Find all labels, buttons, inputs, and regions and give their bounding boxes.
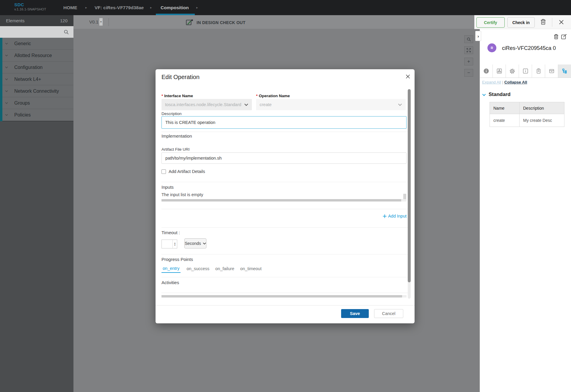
top-nav: SDC v.1.16.1-SNAPSHOT HOME ▸ VF: ciRes-V… (0, 0, 571, 15)
close-icon[interactable] (559, 20, 564, 25)
tab-composition[interactable] (492, 64, 506, 78)
operation-name-cell[interactable]: create (490, 114, 520, 127)
column-header-name: Name (490, 102, 520, 114)
interface-section-title[interactable]: Standard (489, 92, 511, 97)
progress-tab-on-failure[interactable]: on_failure (215, 266, 234, 273)
clipboard-icon (536, 68, 542, 74)
chevron-down-icon (244, 103, 248, 106)
app-logo[interactable]: SDC (14, 2, 24, 7)
timeout-number-input[interactable]: ▲▼ (161, 240, 177, 248)
canvas-zoom-out-button[interactable]: − (464, 69, 473, 77)
palette-category-groups[interactable]: Groups (0, 97, 73, 109)
sdc-composition-screen: SDC v.1.16.1-SNAPSHOT HOME ▸ VF: ciRes-V… (0, 0, 571, 392)
palette-category-allotted-resource[interactable]: Allotted Resource (0, 50, 73, 62)
palette-search-input[interactable] (0, 26, 73, 38)
interface-name-value: tosca.interfaces.node.lifecycle.Standard (165, 102, 241, 107)
palette-category-policies[interactable]: Policies (0, 109, 73, 121)
canvas-search-button[interactable] (464, 35, 473, 43)
save-button[interactable]: Save (341, 309, 369, 318)
table-row[interactable]: create My create Desc (490, 114, 564, 127)
palette-category-generic[interactable]: Generic (0, 38, 73, 50)
panel-collapse-button[interactable]: › (475, 31, 481, 41)
divider (161, 182, 409, 182)
app-version: v.1.16.1-SNAPSHOT (14, 7, 46, 11)
tab-requirements[interactable] (532, 64, 545, 78)
category-label: Generic (14, 41, 31, 46)
chevron-down-icon (5, 54, 8, 56)
check-in-button[interactable]: Check in (507, 17, 535, 28)
category-label: Network Connectivity (14, 89, 59, 94)
artifact-uri-input[interactable]: path/to/my/implementation.sh (161, 152, 407, 164)
scrollbar-thumb[interactable] (161, 295, 402, 297)
breadcrumb-home[interactable]: HOME (63, 0, 77, 15)
add-input-button[interactable]: Add Input (383, 214, 407, 218)
avatar: R (487, 43, 496, 52)
gear-icon (509, 68, 515, 74)
trash-icon[interactable] (554, 34, 559, 40)
certify-button[interactable]: Certify (476, 17, 505, 28)
divider (161, 293, 409, 293)
interface-name-label: *Interface Name (161, 94, 193, 98)
tab-settings[interactable] (506, 64, 519, 78)
breadcrumb-arrow-icon: ▸ (85, 0, 87, 15)
inputs-vertical-scrollbar[interactable] (403, 194, 406, 199)
palette-category-network-connectivity[interactable]: Network Connectivity (0, 85, 73, 97)
cancel-button[interactable]: Cancel (374, 309, 403, 318)
progress-tab-on-success[interactable]: on_success (186, 266, 209, 273)
divider (161, 209, 409, 209)
progress-tab-on-timeout[interactable]: on_timeout (240, 266, 262, 273)
inputs-horizontal-scrollbar[interactable] (161, 199, 407, 201)
modal-scrollbar-track[interactable] (408, 89, 411, 299)
palette-count-badge: 120 (60, 18, 68, 23)
timeout-unit-select[interactable]: Seconds (184, 238, 206, 248)
operations-table: Name Description create My create Desc (490, 102, 564, 127)
chevron-down-icon (5, 78, 8, 80)
tab-operations[interactable] (558, 64, 571, 78)
palette-header: Elements 120 (0, 15, 73, 26)
archive-icon (549, 68, 555, 74)
chevron-down-icon (5, 66, 8, 68)
required-asterisk: * (161, 94, 163, 98)
fullscreen-icon (467, 48, 471, 52)
canvas-zoom-in-button[interactable]: + (464, 58, 473, 65)
delete-icon[interactable] (540, 19, 546, 25)
edit-icon[interactable] (561, 34, 567, 40)
interface-name-select[interactable]: tosca.interfaces.node.lifecycle.Standard (161, 99, 252, 110)
tab-details[interactable] (519, 64, 532, 78)
breadcrumb-arrow-icon: ▸ (196, 0, 198, 15)
modal-scrollbar-thumb[interactable] (408, 89, 411, 282)
tab-information[interactable] (480, 64, 492, 78)
scrollbar-thumb[interactable] (161, 199, 401, 201)
artifact-uri-value: path/to/my/implementation.sh (165, 156, 222, 160)
progress-tab-on-entry[interactable]: on_entry (161, 266, 181, 273)
activities-horizontal-scrollbar[interactable] (161, 295, 407, 297)
number-spinner-arrows[interactable]: ▲▼ (172, 240, 177, 248)
canvas-fullscreen-button[interactable] (464, 46, 473, 54)
breadcrumb-vf[interactable]: VF: ciRes-VF779d38ae (95, 0, 144, 15)
collapse-all-link[interactable]: Collapse All (504, 80, 527, 84)
palette-category-configuration[interactable]: Configuration (0, 62, 73, 73)
modal-title: Edit Operation (161, 74, 200, 81)
operation-name-label: *Operation Name (256, 94, 290, 98)
chevron-down-icon (5, 114, 8, 116)
close-icon[interactable] (406, 74, 410, 79)
version-stepper[interactable]: ▼ (99, 18, 103, 26)
expand-all-link[interactable]: Expand All (482, 80, 501, 84)
implementation-label: Implementation (161, 133, 192, 138)
info-square-icon (523, 68, 528, 74)
tab-artifacts[interactable] (545, 64, 558, 78)
add-artifact-checkbox[interactable] (161, 169, 166, 174)
operation-name-select[interactable]: create (256, 99, 406, 110)
spinner-down-icon[interactable]: ▼ (174, 244, 176, 246)
divider (161, 132, 409, 132)
description-input[interactable]: This is CREATE operation (161, 116, 407, 129)
category-label: Allotted Resource (14, 53, 52, 58)
edit-operation-modal: Edit Operation *Interface Name tosca.int… (156, 69, 415, 323)
lifecycle-status-label: IN DESIGN CHECK OUT (197, 20, 245, 25)
operations-icon (561, 68, 568, 74)
spinner-up-icon[interactable]: ▲ (174, 242, 176, 244)
palette-category-network-l4[interactable]: Network L4+ (0, 73, 73, 85)
operation-desc-cell[interactable]: My create Desc (520, 114, 564, 127)
chevron-down-icon[interactable] (482, 94, 486, 96)
breadcrumb-composition[interactable]: Composition (161, 0, 189, 15)
